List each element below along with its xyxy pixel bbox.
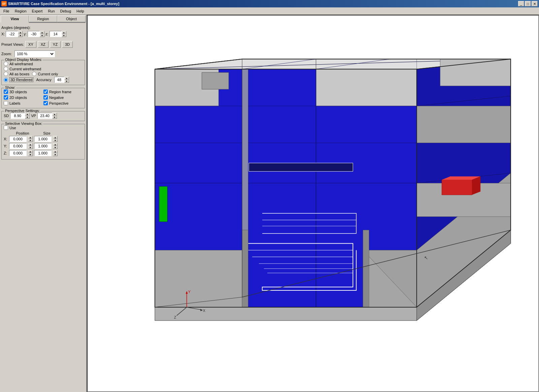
preset-xz[interactable]: XZ <box>38 41 49 48</box>
svb-x-pos-spinbtns: ▲ ▼ <box>28 136 33 142</box>
svb-x-size-field[interactable] <box>34 136 52 142</box>
check-negative-input[interactable] <box>43 95 48 100</box>
zoom-select[interactable]: 25 %50 %75 %100 %150 %200 % <box>14 50 55 57</box>
check-3d-objects-input[interactable] <box>4 90 8 94</box>
radio-current-only-input[interactable] <box>32 72 36 76</box>
x-angle-field[interactable] <box>6 31 18 37</box>
radio-current-wireframed-label: Current wireframed <box>9 67 41 71</box>
3d-scene-svg: ↖ Y X Z <box>88 15 538 391</box>
svb-x-size-up[interactable]: ▲ <box>53 136 58 139</box>
menu-run[interactable]: Run <box>45 8 57 14</box>
radio-current-wireframed-input[interactable] <box>4 67 8 71</box>
accuracy-down[interactable]: ▼ <box>64 80 69 83</box>
menu-debug[interactable]: Debug <box>58 8 74 14</box>
svb-z-pos-up[interactable]: ▲ <box>28 150 33 153</box>
accuracy-up[interactable]: ▲ <box>64 77 69 80</box>
use-row: Use <box>4 126 83 130</box>
perspective-row: SD ▲ ▼ VP ▲ ▼ <box>4 113 83 119</box>
selective-viewing-box-group: Selective Viewing Box: Use Position Size… <box>1 124 85 159</box>
sd-field[interactable] <box>10 113 25 119</box>
vp-up[interactable]: ▲ <box>52 113 57 116</box>
tab-region[interactable]: Region <box>29 15 57 22</box>
radio-current-only: Current only <box>32 72 58 76</box>
z-angle-down[interactable]: ▼ <box>62 34 66 37</box>
svg-text:Z: Z <box>174 315 176 319</box>
preset-3d[interactable]: 3D <box>62 41 73 48</box>
preset-yz[interactable]: YZ <box>50 41 61 48</box>
svb-y-pos-down[interactable]: ▼ <box>28 146 33 149</box>
check-region-frame-input[interactable] <box>43 90 48 94</box>
menu-file[interactable]: File <box>1 8 12 14</box>
x-angle-spin[interactable]: ▲ ▼ <box>6 31 23 37</box>
svb-z-pos-field[interactable] <box>9 150 27 156</box>
y-angle-up[interactable]: ▲ <box>40 31 44 34</box>
z-angle-field[interactable] <box>50 31 62 37</box>
svb-y-size-up[interactable]: ▲ <box>53 143 58 146</box>
accuracy-spinbtns: ▲ ▼ <box>64 77 69 83</box>
show-label: Show: <box>4 85 16 90</box>
selective-viewing-box-label: Selective Viewing Box: <box>4 121 43 126</box>
radio-all-wireframed-label: All wireframed <box>9 62 33 66</box>
sd-up[interactable]: ▲ <box>25 113 30 116</box>
check-negative: Negative <box>43 95 83 100</box>
vp-field[interactable] <box>37 113 52 119</box>
radio-3d-rendered-input[interactable] <box>4 78 8 82</box>
svb-x-size-down[interactable]: ▼ <box>53 139 58 142</box>
sd-spin[interactable]: ▲ ▼ <box>10 113 30 119</box>
menu-expert[interactable]: Expert <box>29 8 45 14</box>
vp-spinbtns: ▲ ▼ <box>52 113 57 119</box>
svb-z-label: Z: <box>4 151 8 155</box>
minimize-button[interactable]: _ <box>518 1 524 6</box>
svb-y-size-down[interactable]: ▼ <box>53 146 58 149</box>
tab-object[interactable]: Object <box>57 15 86 22</box>
check-negative-label: Negative <box>49 96 64 100</box>
vp-down[interactable]: ▼ <box>52 116 57 119</box>
y-angle-field[interactable] <box>28 31 40 37</box>
sd-down[interactable]: ▼ <box>25 116 30 119</box>
svb-y-pos-field[interactable] <box>9 143 27 149</box>
radio-current-only-label: Current only <box>38 72 58 76</box>
maximize-button[interactable]: □ <box>525 1 531 6</box>
y-angle-down[interactable]: ▼ <box>40 34 44 37</box>
tab-view[interactable]: View <box>1 15 29 23</box>
radio-all-wireframed-input[interactable] <box>4 62 8 66</box>
svb-use-checkbox[interactable] <box>4 126 8 130</box>
y-angle-spin[interactable]: ▲ ▼ <box>28 31 44 37</box>
check-labels-input[interactable] <box>4 101 8 105</box>
zoom-label: Zoom: <box>1 52 12 56</box>
check-2d-objects-input[interactable] <box>4 95 8 100</box>
svb-z-pos-down[interactable]: ▼ <box>28 153 33 156</box>
object-display-modes-group: Object Display Modes: All wireframed Cur… <box>1 60 85 85</box>
svb-x-pos-up[interactable]: ▲ <box>28 136 33 139</box>
svb-z-size-field[interactable] <box>34 150 52 156</box>
vp-spin[interactable]: ▲ ▼ <box>37 113 57 119</box>
svb-z-size-up[interactable]: ▲ <box>53 150 58 153</box>
check-perspective-input[interactable] <box>43 101 48 105</box>
z-angle-spin[interactable]: ▲ ▼ <box>50 31 66 37</box>
x-angle-up[interactable]: ▲ <box>18 31 23 34</box>
svb-x-pos-field[interactable] <box>9 136 27 142</box>
title-bar-buttons: _ □ ✕ <box>518 1 538 6</box>
svb-y-pos-up[interactable]: ▲ <box>28 143 33 146</box>
vp-label: VP <box>31 114 36 118</box>
svg-rect-40 <box>159 186 167 222</box>
y-angle-spinbtns: ▲ ▼ <box>40 31 44 37</box>
viewport[interactable]: ↖ Y X Z <box>87 15 539 392</box>
size-header: Size <box>35 131 59 135</box>
menu-help[interactable]: Help <box>74 8 87 14</box>
preset-xy[interactable]: XY <box>25 41 36 48</box>
close-button[interactable]: ✕ <box>532 1 538 6</box>
svb-z-size-down[interactable]: ▼ <box>53 153 58 156</box>
perspective-settings-label: Perspective Settings: <box>4 109 40 113</box>
radio-all-as-boxes-input[interactable] <box>4 72 8 76</box>
accuracy-label: Accuracy <box>36 78 51 82</box>
svg-rect-38 <box>417 106 511 143</box>
z-angle-up[interactable]: ▲ <box>62 31 66 34</box>
accuracy-spin[interactable]: ▲ ▼ <box>54 77 69 83</box>
menu-region[interactable]: Region <box>12 8 29 14</box>
x-angle-down[interactable]: ▼ <box>18 34 23 37</box>
svb-y-size-field[interactable] <box>34 143 52 149</box>
menu-bar: File Region Expert Run Debug Help <box>0 7 539 15</box>
accuracy-field[interactable] <box>54 77 64 83</box>
svb-x-pos-down[interactable]: ▼ <box>28 139 33 142</box>
